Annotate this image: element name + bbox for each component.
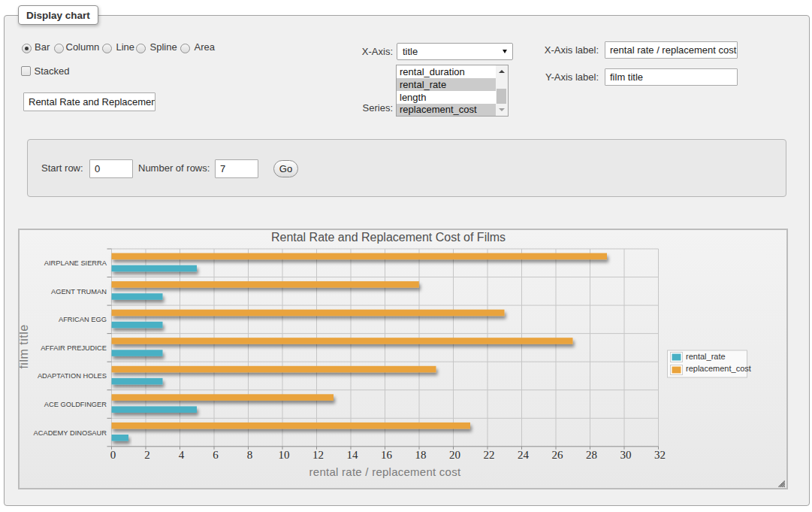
svg-text:22: 22: [484, 449, 495, 461]
svg-text:AGENT TRUMAN: AGENT TRUMAN: [51, 288, 107, 295]
svg-text:AIRPLANE SIERRA: AIRPLANE SIERRA: [44, 259, 107, 267]
svg-text:8: 8: [247, 449, 253, 461]
svg-text:28: 28: [586, 449, 597, 461]
svg-text:AFRICAN EGG: AFRICAN EGG: [59, 316, 107, 323]
svg-text:film title: film title: [20, 324, 30, 368]
svg-text:replacement_cost: replacement_cost: [686, 364, 751, 373]
svg-text:24: 24: [518, 449, 530, 461]
svg-text:AFFAIR PREJUDICE: AFFAIR PREJUDICE: [41, 344, 107, 352]
svg-text:6: 6: [213, 449, 219, 461]
svg-text:32: 32: [654, 449, 666, 461]
svg-text:ACADEMY DINOSAUR: ACADEMY DINOSAUR: [34, 429, 107, 437]
svg-text:ACE GOLDFINGER: ACE GOLDFINGER: [44, 401, 107, 408]
svg-text:0: 0: [110, 449, 116, 461]
svg-text:14: 14: [347, 449, 359, 461]
svg-text:30: 30: [620, 449, 632, 461]
svg-text:rental_rate: rental_rate: [686, 352, 726, 361]
svg-text:20: 20: [449, 449, 460, 461]
svg-text:26: 26: [552, 449, 564, 461]
svg-text:12: 12: [312, 449, 324, 461]
svg-text:ADAPTATION HOLES: ADAPTATION HOLES: [38, 372, 107, 380]
svg-text:16: 16: [381, 449, 393, 461]
svg-text:2: 2: [144, 449, 150, 461]
svg-text:10: 10: [279, 449, 290, 461]
svg-text:rental rate / replacement cost: rental rate / replacement cost: [309, 465, 461, 478]
svg-text:4: 4: [179, 449, 185, 461]
svg-text:18: 18: [415, 449, 427, 461]
svg-text:Rental Rate and Replacement Co: Rental Rate and Replacement Cost of Film…: [271, 231, 506, 244]
